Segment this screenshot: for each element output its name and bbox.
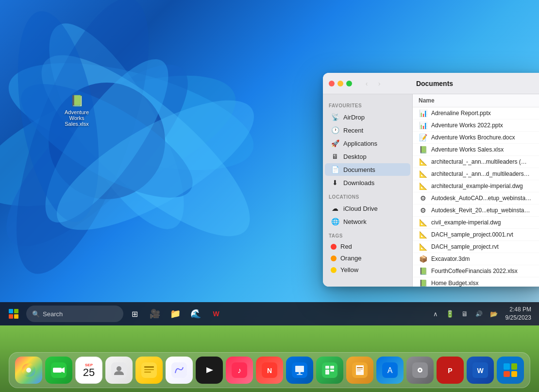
finder-sidebar: Favourites 📡 AirDrop 🕐 Recent 🚀 Applicat…	[323, 94, 413, 287]
locations-label: Locations	[323, 189, 412, 202]
dock-music[interactable]: ♪	[226, 357, 253, 384]
taskbar-file-explorer[interactable]: 📁	[167, 305, 184, 323]
svg-point-46	[419, 369, 421, 371]
file-type-icon: ⚙	[419, 206, 427, 215]
downloads-label: Downloads	[343, 179, 374, 187]
sys-tray-folder[interactable]: 📂	[487, 307, 501, 321]
close-button[interactable]	[329, 81, 335, 86]
sidebar-item-icloud[interactable]: ☁ iCloud Drive	[325, 202, 410, 215]
sidebar-item-desktop[interactable]: 🖥 Desktop	[325, 150, 410, 163]
taskbar-edge[interactable]: 🌊	[187, 305, 204, 323]
svg-text:N: N	[267, 367, 272, 375]
file-row[interactable]: 📐DACH_sample_project.0001.rvt	[413, 229, 539, 241]
dock-mspublisher[interactable]: P	[437, 357, 464, 384]
dock-system-settings[interactable]	[406, 357, 434, 384]
file-row[interactable]: ⚙Autodesk_AutoCAD...etup_webinsta…	[413, 192, 539, 205]
sys-tray-volume[interactable]: 🔊	[472, 307, 486, 321]
dock-appstore[interactable]: A	[376, 357, 404, 384]
taskbar: 🔍 Search ⊞ 🎥 📁 🌊 W ∧ 🔋 🖥 🔊 📂 2:48 PM 9/2…	[0, 302, 539, 325]
file-type-icon: ⚙	[419, 194, 427, 203]
svg-rect-41	[357, 371, 361, 371]
col-name: Name	[419, 97, 435, 104]
file-type-icon: 📐	[419, 218, 427, 227]
nav-arrows: ‹ ›	[361, 78, 385, 89]
taskbar-task-view[interactable]: ⊞	[126, 305, 143, 323]
dock-freeform[interactable]	[166, 357, 193, 384]
finder-titlebar: ‹ › Documents	[323, 73, 539, 94]
file-row[interactable]: 📊Adrenaline Report.pptx	[413, 107, 539, 119]
file-row[interactable]: 📐DACH_sample_project.rvt	[413, 241, 539, 253]
windows-logo-dock	[504, 363, 517, 377]
sys-tray: ∧ 🔋 🖥 🔊 📂	[429, 307, 501, 321]
sidebar-item-downloads[interactable]: ⬇ Downloads	[325, 176, 410, 189]
dock-contacts[interactable]	[105, 357, 133, 384]
file-row[interactable]: 📗Home Budget.xlsx	[413, 277, 539, 287]
sidebar-item-documents[interactable]: 📄 Documents	[325, 163, 410, 176]
sidebar-item-airdrop[interactable]: 📡 AirDrop	[325, 111, 410, 123]
file-name: Autodesk_Revit_20...etup_webinsta…	[431, 207, 530, 214]
dock-msword[interactable]: W	[467, 357, 494, 384]
file-row[interactable]: 📊Adventure Works 2022.pptx	[413, 119, 539, 132]
sidebar-item-recent[interactable]: 🕐 Recent	[325, 124, 410, 136]
sys-tray-display[interactable]: 🖥	[458, 307, 472, 321]
maximize-button[interactable]	[346, 81, 352, 86]
content-header: Name	[413, 94, 539, 107]
clock[interactable]: 2:48 PM 9/25/2023	[504, 306, 533, 322]
file-row[interactable]: 📗FourthCoffeeFinancials 2022.xlsx	[413, 265, 539, 277]
dock-notes[interactable]	[135, 357, 163, 384]
taskbar-search[interactable]: 🔍 Search	[26, 306, 123, 322]
sys-tray-chevron[interactable]: ∧	[429, 307, 442, 321]
svg-rect-18	[144, 366, 154, 368]
dock-pages[interactable]	[346, 357, 373, 384]
sidebar-item-tag-yellow[interactable]: Yellow	[325, 264, 410, 275]
file-name: architectural_-_ann...d_multileaders…	[431, 170, 530, 177]
dock-calendar[interactable]: SEP 25	[75, 357, 102, 384]
dock-appletv[interactable]	[196, 357, 223, 384]
dock-news[interactable]: N	[256, 357, 283, 384]
cal-day: 25	[83, 367, 95, 378]
file-type-icon: 📗	[419, 279, 427, 287]
sidebar-item-network[interactable]: 🌐 Network	[325, 215, 410, 228]
file-row[interactable]: 📐architectural_example-imperial.dwg	[413, 180, 539, 192]
dock-facetime[interactable]	[45, 357, 72, 384]
back-button[interactable]: ‹	[361, 78, 372, 89]
dock-photos[interactable]	[15, 357, 42, 384]
sidebar-item-tag-red[interactable]: Red	[325, 241, 410, 252]
file-name: architectural_example-imperial.dwg	[431, 183, 523, 189]
dock-bar: SEP 25	[9, 352, 530, 388]
file-row[interactable]: ⚙Autodesk_Revit_20...etup_webinsta…	[413, 205, 539, 217]
file-type-icon: 📐	[419, 157, 427, 166]
desktop-label: Desktop	[343, 153, 367, 160]
minimize-button[interactable]	[337, 81, 343, 86]
dock-numbers[interactable]	[316, 357, 343, 384]
sys-tray-battery[interactable]: 🔋	[443, 307, 457, 321]
windows-start-button[interactable]	[6, 306, 21, 322]
file-name: Adrenaline Report.pptx	[431, 110, 491, 117]
sidebar-item-tag-orange[interactable]: Orange	[325, 253, 410, 264]
documents-icon: 📄	[331, 165, 339, 174]
search-icon: 🔍	[32, 310, 40, 318]
file-row[interactable]: 📦Excavator.3dm	[413, 253, 539, 265]
file-name: Adventure Works Sales.xlsx	[431, 146, 504, 153]
svg-rect-39	[357, 367, 363, 368]
file-name: civil_example-imperial.dwg	[431, 219, 501, 226]
svg-rect-20	[144, 372, 151, 373]
taskbar-zoom[interactable]: 🎥	[146, 305, 164, 323]
icloud-icon: ☁	[331, 204, 339, 213]
dock-windows-logo[interactable]	[497, 357, 524, 384]
file-row[interactable]: 📗Adventure Works Sales.xlsx	[413, 144, 539, 156]
svg-rect-21	[171, 362, 187, 378]
sidebar-item-applications[interactable]: 🚀 Applications	[325, 137, 410, 150]
taskbar-wps[interactable]: W	[207, 305, 225, 323]
svg-rect-31	[297, 374, 303, 375]
svg-point-16	[117, 366, 121, 371]
forward-button[interactable]: ›	[373, 78, 385, 89]
file-row[interactable]: 📐architectural_-_ann...d_multileaders…	[413, 168, 539, 180]
file-row[interactable]: 📐civil_example-imperial.dwg	[413, 217, 539, 229]
file-row[interactable]: 📝Adventure Works Brochure.docx	[413, 132, 539, 144]
clock-date: 9/25/2023	[505, 314, 531, 322]
dock-keynote[interactable]	[286, 357, 313, 384]
file-type-icon: 📐	[419, 230, 427, 239]
desktop-file-xlsx[interactable]: 📗 Adventure Works Sales.xlsx	[57, 95, 96, 127]
file-row[interactable]: 📐architectural_-_ann...multileaders (…	[413, 156, 539, 168]
